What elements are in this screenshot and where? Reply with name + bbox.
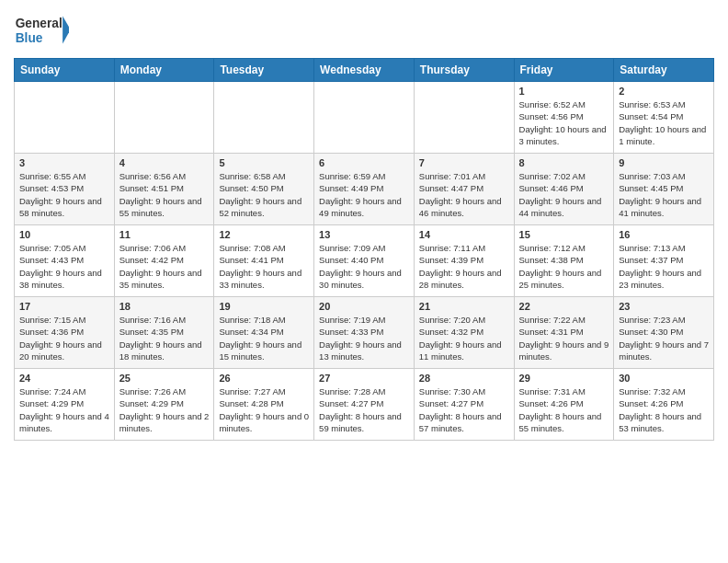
calendar-week-row: 10Sunrise: 7:05 AM Sunset: 4:43 PM Dayli… xyxy=(15,225,714,297)
day-info: Sunrise: 7:32 AM Sunset: 4:26 PM Dayligh… xyxy=(619,385,709,434)
day-number: 10 xyxy=(19,229,109,240)
calendar-cell: 3Sunrise: 6:55 AM Sunset: 4:53 PM Daylig… xyxy=(15,154,115,225)
logo: General Blue xyxy=(14,9,69,51)
day-info: Sunrise: 7:19 AM Sunset: 4:33 PM Dayligh… xyxy=(319,314,409,362)
day-number: 22 xyxy=(519,301,609,312)
calendar-week-row: 3Sunrise: 6:55 AM Sunset: 4:53 PM Daylig… xyxy=(15,154,714,225)
calendar-cell: 20Sunrise: 7:19 AM Sunset: 4:33 PM Dayli… xyxy=(314,297,415,369)
day-info: Sunrise: 7:06 AM Sunset: 4:42 PM Dayligh… xyxy=(119,242,210,291)
day-number: 12 xyxy=(219,229,309,240)
calendar-cell: 27Sunrise: 7:28 AM Sunset: 4:27 PM Dayli… xyxy=(314,369,415,441)
calendar-cell: 21Sunrise: 7:20 AM Sunset: 4:32 PM Dayli… xyxy=(414,297,514,369)
calendar-cell: 11Sunrise: 7:06 AM Sunset: 4:42 PM Dayli… xyxy=(114,225,214,297)
day-number: 9 xyxy=(619,157,709,168)
calendar-cell: 12Sunrise: 7:08 AM Sunset: 4:41 PM Dayli… xyxy=(214,225,314,297)
calendar-cell: 17Sunrise: 7:15 AM Sunset: 4:36 PM Dayli… xyxy=(15,297,115,369)
day-info: Sunrise: 6:55 AM Sunset: 4:53 PM Dayligh… xyxy=(19,170,109,219)
day-number: 15 xyxy=(519,229,609,240)
calendar-cell xyxy=(214,82,314,154)
calendar-week-row: 17Sunrise: 7:15 AM Sunset: 4:36 PM Dayli… xyxy=(15,297,714,369)
day-header-friday: Friday xyxy=(514,59,614,82)
calendar-cell: 13Sunrise: 7:09 AM Sunset: 4:40 PM Dayli… xyxy=(314,225,415,297)
day-info: Sunrise: 7:28 AM Sunset: 4:27 PM Dayligh… xyxy=(319,385,409,434)
day-info: Sunrise: 7:13 AM Sunset: 4:37 PM Dayligh… xyxy=(619,242,709,291)
day-info: Sunrise: 7:11 AM Sunset: 4:39 PM Dayligh… xyxy=(419,242,509,291)
day-info: Sunrise: 6:52 AM Sunset: 4:56 PM Dayligh… xyxy=(519,98,609,147)
day-info: Sunrise: 7:22 AM Sunset: 4:31 PM Dayligh… xyxy=(519,314,609,362)
calendar-cell: 23Sunrise: 7:23 AM Sunset: 4:30 PM Dayli… xyxy=(614,297,714,369)
calendar-cell: 24Sunrise: 7:24 AM Sunset: 4:29 PM Dayli… xyxy=(15,369,115,441)
calendar-cell: 8Sunrise: 7:02 AM Sunset: 4:46 PM Daylig… xyxy=(514,154,614,225)
day-number: 20 xyxy=(319,301,409,312)
calendar-cell: 26Sunrise: 7:27 AM Sunset: 4:28 PM Dayli… xyxy=(214,369,314,441)
day-info: Sunrise: 7:09 AM Sunset: 4:40 PM Dayligh… xyxy=(319,242,409,291)
calendar-cell xyxy=(15,82,115,154)
day-info: Sunrise: 7:20 AM Sunset: 4:32 PM Dayligh… xyxy=(419,314,509,362)
day-header-thursday: Thursday xyxy=(414,59,514,82)
day-number: 7 xyxy=(419,157,509,168)
day-info: Sunrise: 7:12 AM Sunset: 4:38 PM Dayligh… xyxy=(519,242,609,291)
calendar-cell: 30Sunrise: 7:32 AM Sunset: 4:26 PM Dayli… xyxy=(614,369,714,441)
day-info: Sunrise: 6:59 AM Sunset: 4:49 PM Dayligh… xyxy=(319,170,409,219)
day-number: 19 xyxy=(219,301,309,312)
calendar: SundayMondayTuesdayWednesdayThursdayFrid… xyxy=(14,58,714,441)
page: General Blue SundayMondayTuesdayWednesda… xyxy=(0,0,728,563)
day-number: 28 xyxy=(419,373,509,384)
logo-svg: General Blue xyxy=(14,9,69,51)
calendar-cell: 14Sunrise: 7:11 AM Sunset: 4:39 PM Dayli… xyxy=(414,225,514,297)
day-info: Sunrise: 7:18 AM Sunset: 4:34 PM Dayligh… xyxy=(219,314,309,362)
day-header-monday: Monday xyxy=(114,59,214,82)
day-info: Sunrise: 7:30 AM Sunset: 4:27 PM Dayligh… xyxy=(419,385,509,434)
day-number: 13 xyxy=(319,229,409,240)
day-number: 23 xyxy=(619,301,709,312)
calendar-cell: 5Sunrise: 6:58 AM Sunset: 4:50 PM Daylig… xyxy=(214,154,314,225)
day-number: 3 xyxy=(19,157,109,168)
calendar-cell: 15Sunrise: 7:12 AM Sunset: 4:38 PM Dayli… xyxy=(514,225,614,297)
day-number: 5 xyxy=(219,157,309,168)
day-info: Sunrise: 7:08 AM Sunset: 4:41 PM Dayligh… xyxy=(219,242,309,291)
day-header-wednesday: Wednesday xyxy=(314,59,415,82)
calendar-cell xyxy=(314,82,415,154)
day-header-sunday: Sunday xyxy=(15,59,115,82)
svg-text:General: General xyxy=(16,17,63,30)
day-info: Sunrise: 7:15 AM Sunset: 4:36 PM Dayligh… xyxy=(19,314,109,362)
day-number: 2 xyxy=(619,86,709,97)
day-number: 24 xyxy=(19,373,109,384)
day-number: 6 xyxy=(319,157,409,168)
day-number: 16 xyxy=(619,229,709,240)
day-info: Sunrise: 7:05 AM Sunset: 4:43 PM Dayligh… xyxy=(19,242,109,291)
day-info: Sunrise: 6:53 AM Sunset: 4:54 PM Dayligh… xyxy=(619,98,709,147)
calendar-cell: 9Sunrise: 7:03 AM Sunset: 4:45 PM Daylig… xyxy=(614,154,714,225)
day-info: Sunrise: 7:23 AM Sunset: 4:30 PM Dayligh… xyxy=(619,314,709,362)
calendar-cell xyxy=(114,82,214,154)
calendar-week-row: 1Sunrise: 6:52 AM Sunset: 4:56 PM Daylig… xyxy=(15,82,714,154)
svg-text:Blue: Blue xyxy=(16,31,43,45)
day-info: Sunrise: 7:01 AM Sunset: 4:47 PM Dayligh… xyxy=(419,170,509,219)
header: General Blue xyxy=(14,9,714,51)
day-number: 17 xyxy=(19,301,109,312)
calendar-cell: 6Sunrise: 6:59 AM Sunset: 4:49 PM Daylig… xyxy=(314,154,415,225)
day-header-saturday: Saturday xyxy=(614,59,714,82)
calendar-cell: 10Sunrise: 7:05 AM Sunset: 4:43 PM Dayli… xyxy=(15,225,115,297)
day-number: 1 xyxy=(519,86,609,97)
day-number: 29 xyxy=(519,373,609,384)
day-info: Sunrise: 7:26 AM Sunset: 4:29 PM Dayligh… xyxy=(119,385,210,434)
calendar-cell: 22Sunrise: 7:22 AM Sunset: 4:31 PM Dayli… xyxy=(514,297,614,369)
calendar-cell: 7Sunrise: 7:01 AM Sunset: 4:47 PM Daylig… xyxy=(414,154,514,225)
day-info: Sunrise: 6:56 AM Sunset: 4:51 PM Dayligh… xyxy=(119,170,210,219)
day-number: 26 xyxy=(219,373,309,384)
day-number: 25 xyxy=(119,373,210,384)
calendar-cell: 28Sunrise: 7:30 AM Sunset: 4:27 PM Dayli… xyxy=(414,369,514,441)
day-info: Sunrise: 7:27 AM Sunset: 4:28 PM Dayligh… xyxy=(219,385,309,434)
day-info: Sunrise: 6:58 AM Sunset: 4:50 PM Dayligh… xyxy=(219,170,309,219)
day-number: 11 xyxy=(119,229,210,240)
svg-marker-2 xyxy=(63,17,69,44)
day-number: 8 xyxy=(519,157,609,168)
calendar-cell: 16Sunrise: 7:13 AM Sunset: 4:37 PM Dayli… xyxy=(614,225,714,297)
calendar-cell: 1Sunrise: 6:52 AM Sunset: 4:56 PM Daylig… xyxy=(514,82,614,154)
calendar-cell: 4Sunrise: 6:56 AM Sunset: 4:51 PM Daylig… xyxy=(114,154,214,225)
day-number: 14 xyxy=(419,229,509,240)
calendar-cell: 19Sunrise: 7:18 AM Sunset: 4:34 PM Dayli… xyxy=(214,297,314,369)
day-info: Sunrise: 7:24 AM Sunset: 4:29 PM Dayligh… xyxy=(19,385,109,434)
calendar-week-row: 24Sunrise: 7:24 AM Sunset: 4:29 PM Dayli… xyxy=(15,369,714,441)
